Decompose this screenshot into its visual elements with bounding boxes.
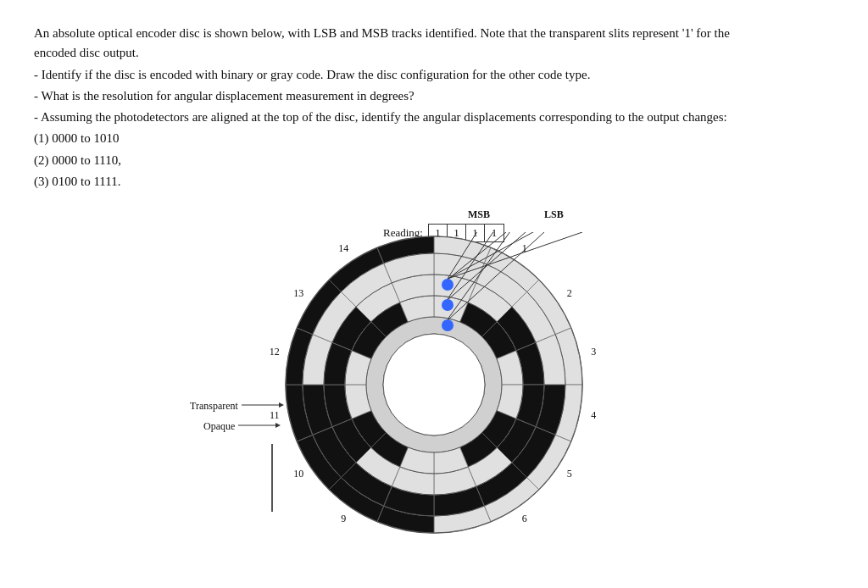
problem-text: An absolute optical encoder disc is show… [34,24,763,191]
lsb-label: LSB [544,208,564,221]
svg-text:14: 14 [338,242,348,254]
svg-text:2: 2 [567,287,572,299]
vertical-line [271,444,273,512]
svg-point-48 [442,299,453,311]
diagram-container: MSB LSB Reading: 1 1 1 1 [188,207,680,537]
svg-point-49 [442,319,453,331]
svg-text:10: 10 [293,468,303,480]
opaque-label: Opaque [203,420,281,433]
paragraph1: An absolute optical encoder disc is show… [34,24,763,64]
svg-text:6: 6 [522,513,527,524]
svg-text:12: 12 [270,346,280,358]
diagram-area: MSB LSB Reading: 1 1 1 1 [34,207,834,537]
svg-marker-58 [275,423,281,428]
item3: (3) 0100 to 1111. [34,172,763,191]
bullet3: - Assuming the photodetectors are aligne… [34,108,763,127]
encoder-disc-svg: // This will be rendered via inline JS b… [239,232,629,537]
svg-text:1: 1 [522,242,527,254]
svg-text:5: 5 [567,468,572,480]
svg-text:3: 3 [591,346,596,358]
item1: (1) 0000 to 1010 [34,129,763,148]
svg-text:4: 4 [591,409,596,421]
bullet2: - What is the resolution for angular dis… [34,86,763,106]
svg-text:9: 9 [341,513,346,524]
item2: (2) 0000 to 1110, [34,151,763,170]
svg-text:13: 13 [293,287,303,299]
msb-label: MSB [468,208,490,221]
bullet1: - Identify if the disc is encoded with b… [34,65,763,85]
transparent-label: Transparent [190,400,284,413]
svg-marker-56 [279,402,284,408]
svg-point-54 [383,334,485,435]
svg-point-47 [442,279,453,291]
